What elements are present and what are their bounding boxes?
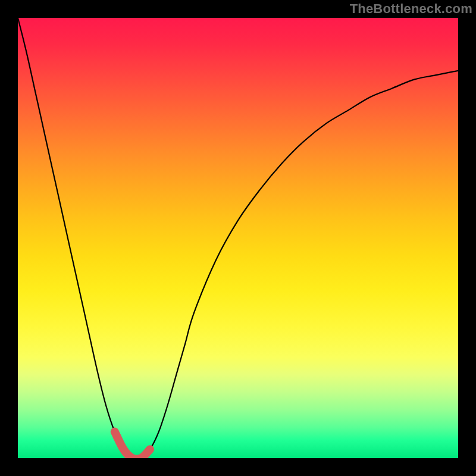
curve-layer (18, 18, 458, 458)
watermark-text: TheBottleneck.com (350, 1, 472, 17)
plot-area (18, 18, 458, 458)
bottleneck-curve (18, 18, 458, 458)
chart-frame: TheBottleneck.com (0, 0, 476, 476)
bottleneck-highlight (115, 432, 150, 458)
